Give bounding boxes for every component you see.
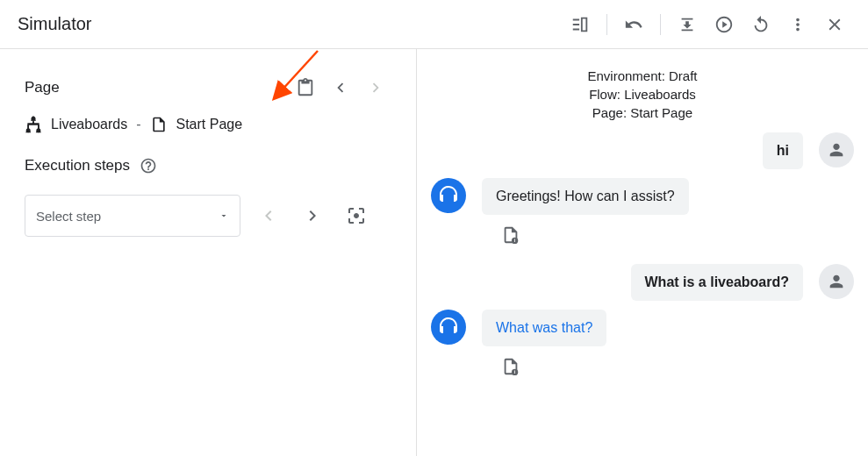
chat-row-agent: What was that?	[431, 310, 854, 346]
select-step-placeholder: Select step	[36, 209, 101, 224]
page-label: Page:	[592, 105, 627, 120]
right-panel: Environment: Draft Flow: Liveaboards Pag…	[417, 49, 868, 456]
breadcrumb: Liveaboards - Start Page	[25, 116, 391, 133]
env-value: Draft	[669, 68, 698, 83]
execution-row: Execution steps	[25, 154, 391, 177]
close-icon[interactable]	[819, 9, 850, 40]
user-message-bubble: What is a liveaboard?	[631, 264, 803, 301]
play-icon[interactable]	[708, 9, 740, 40]
chat-row-user: What is a liveaboard?	[431, 264, 854, 301]
page-prev-icon[interactable]	[325, 72, 356, 103]
page-section-label: Page	[25, 79, 290, 96]
page-value: Start Page	[630, 105, 692, 120]
agent-avatar-icon	[431, 310, 466, 345]
agent-message-bubble: Greetings! How can I assist?	[482, 178, 689, 215]
import-icon[interactable]	[671, 9, 703, 40]
env-label: Environment:	[587, 68, 664, 83]
reset-icon[interactable]	[745, 9, 777, 40]
agent-message-bubble[interactable]: What was that?	[482, 310, 606, 346]
step-prev-icon	[253, 200, 284, 232]
flow-label: Flow:	[589, 87, 621, 102]
user-avatar-icon	[819, 264, 854, 299]
divider	[606, 14, 607, 35]
context-info: Environment: Draft Flow: Liveaboards Pag…	[431, 67, 854, 122]
breadcrumb-separator: -	[136, 117, 140, 132]
focus-icon[interactable]	[341, 200, 372, 232]
page-section-row: Page	[25, 72, 391, 103]
help-icon[interactable]	[137, 154, 160, 177]
divider	[660, 14, 661, 35]
flow-value: Liveaboards	[624, 87, 696, 102]
user-avatar-icon	[819, 132, 854, 167]
body: Page Liveaboards - Start	[0, 49, 868, 456]
chat-row-agent: Greetings! How can I assist?	[431, 178, 854, 215]
flow-icon	[25, 116, 42, 133]
agent-avatar-icon	[431, 178, 466, 213]
header: Simulator	[0, 0, 868, 49]
page-title: Simulator	[18, 14, 564, 34]
step-controls: Select step	[25, 195, 391, 237]
execution-label: Execution steps	[25, 157, 130, 175]
page-next-icon	[360, 72, 391, 103]
breadcrumb-flow[interactable]: Liveaboards	[51, 117, 127, 132]
user-message-bubble: hi	[763, 132, 803, 169]
page-icon	[150, 116, 168, 133]
svg-point-1	[32, 117, 36, 121]
chat-row-user: hi	[431, 132, 854, 169]
dropdown-caret-icon	[219, 210, 229, 221]
step-next-icon[interactable]	[297, 200, 328, 232]
header-actions	[564, 9, 850, 40]
clipboard-icon[interactable]	[290, 72, 321, 103]
left-panel: Page Liveaboards - Start	[0, 49, 417, 456]
original-response-row: i	[431, 355, 854, 378]
breadcrumb-page[interactable]: Start Page	[176, 117, 243, 132]
original-response-icon[interactable]: i	[499, 355, 522, 378]
original-response-icon[interactable]: i	[499, 224, 522, 246]
toggle-panel-icon[interactable]	[564, 9, 596, 40]
undo-icon[interactable]	[618, 9, 649, 40]
original-response-row: i	[431, 224, 854, 246]
more-icon[interactable]	[782, 9, 814, 40]
select-step-dropdown[interactable]: Select step	[25, 195, 240, 237]
